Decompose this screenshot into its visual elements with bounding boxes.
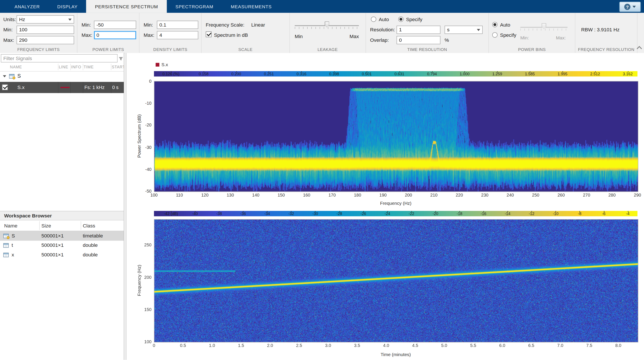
spectrogram-canvas[interactable] (154, 220, 638, 342)
column-divider (58, 82, 58, 93)
power-max-input[interactable] (94, 31, 136, 39)
ws-column-class[interactable]: Class (83, 223, 95, 229)
section-scale: Frequency Scale: Linear Spectrum in dB S… (202, 13, 290, 53)
colorbar-label: -24 (384, 211, 390, 216)
chevron-down-icon (632, 6, 636, 8)
tick-label: 8.0 (615, 343, 621, 348)
tick-label: 2.5 (296, 343, 302, 348)
panel-splitter[interactable] (124, 53, 127, 360)
section-frequency-limits: Units: Hz Min: Max: FREQUENCY LIMITS (0, 13, 77, 53)
resolution-input[interactable] (396, 26, 440, 34)
tick-label: 110 (176, 192, 183, 197)
units-dropdown[interactable]: Hz (16, 15, 74, 23)
tick-label: -40 (136, 166, 152, 172)
power-bins-specify-radio[interactable] (492, 32, 498, 38)
signal-time: Fs: 1 kHz (84, 85, 104, 90)
tab-analyzer[interactable]: ANALYZER (6, 0, 48, 13)
column-info[interactable]: INFO (71, 64, 81, 69)
filter-icon[interactable] (118, 56, 123, 62)
power-bins-min-label: Min: (520, 35, 529, 40)
help-button[interactable]: ? (619, 2, 641, 12)
power-min-input[interactable] (94, 21, 136, 29)
section-title: TIME RESOLUTION (366, 47, 488, 52)
resolution-units-value: s (447, 27, 450, 33)
persistence-spectrum-canvas[interactable] (154, 81, 638, 191)
leakage-slider[interactable] (295, 21, 359, 30)
signal-group-label: S (18, 73, 21, 79)
power-bins-auto-radio[interactable] (492, 22, 498, 27)
column-time[interactable]: TIME (84, 64, 94, 69)
ws-column-size[interactable]: Size (42, 223, 51, 229)
help-icon: ? (624, 4, 630, 10)
workspace-browser-header[interactable]: Workspace Browser (0, 211, 124, 221)
spectrum-db-checkbox[interactable] (206, 31, 212, 37)
tab-persistence-spectrum[interactable]: PERSISTENCE SPECTRUM (86, 0, 167, 13)
column-name[interactable]: NAME (10, 64, 22, 69)
tick-label: 3.5 (354, 343, 360, 348)
time-resolution-specify-label: Specify (406, 16, 422, 22)
signal-table-header: NAME LINE INFO TIME START (0, 63, 124, 72)
ws-variable-size: 500001×1 (42, 233, 64, 239)
ws-column-name[interactable]: Name (4, 223, 18, 229)
tick-label: 6.5 (528, 343, 534, 348)
tick-label: 2.0 (267, 343, 273, 348)
resolution-units-dropdown[interactable]: s (445, 26, 483, 34)
tab-spectrogram[interactable]: SPECTROGRAM (167, 0, 222, 13)
legend-label: S.x (162, 62, 168, 67)
tree-expand-icon[interactable] (3, 75, 6, 77)
tick-label: 0 (153, 343, 155, 348)
colorbar-label: 0.126 (%) (162, 72, 179, 76)
colorbar-label: -30 (312, 211, 318, 216)
colorbar-label: 1.259 (492, 72, 502, 76)
signal-group-row[interactable]: S (0, 71, 124, 82)
column-divider (58, 64, 58, 70)
tick-label: 160 (303, 192, 310, 197)
tab-measurements[interactable]: MEASUREMENTS (222, 0, 280, 13)
power-max-label: Max: (82, 32, 92, 38)
time-resolution-auto-radio[interactable] (371, 16, 376, 22)
persistence-spectrum-axes[interactable] (154, 81, 638, 192)
workspace-row[interactable]: S500001×1timetable (0, 231, 124, 241)
collapse-ribbon-icon[interactable] (636, 46, 642, 51)
filter-signals-input[interactable] (1, 54, 118, 62)
density-min-input[interactable] (157, 21, 198, 29)
colorbar-label: 1.585 (525, 72, 535, 76)
density-min-label: Min: (144, 22, 153, 28)
tick-label: 270 (583, 192, 590, 197)
section-title: POWER BINS (489, 47, 575, 52)
tab-display[interactable]: DISPLAY (48, 0, 86, 13)
colorbar-label: -14 (505, 211, 510, 216)
power-bins-slider-thumb (542, 23, 546, 29)
section-title: FREQUENCY RESOLUTION (575, 47, 637, 52)
time-resolution-auto-label: Auto (379, 16, 389, 22)
double-icon (3, 253, 9, 257)
tick-label: 280 (608, 192, 616, 197)
freq-max-input[interactable] (16, 36, 74, 44)
overlap-input[interactable] (396, 36, 440, 44)
resolution-label: Resolution: (370, 27, 395, 33)
colorbar-label: -36 (240, 211, 246, 216)
spectrogram-axes[interactable] (154, 219, 638, 342)
section-power-bins: Auto Specify Min: Max: POWER BINS (489, 13, 575, 53)
signal-checkbox[interactable] (2, 84, 8, 90)
leakage-slider-thumb[interactable] (324, 21, 329, 27)
column-line[interactable]: LINE (59, 64, 68, 69)
legend[interactable]: S.x (156, 62, 168, 67)
spectrogram-colorbar-labels: -42 (dB)-40-38-36-34-32-30-28-26-24-22-2… (154, 211, 638, 216)
workspace-row[interactable]: t500001×1double (0, 241, 124, 250)
time-resolution-specify-radio[interactable] (398, 16, 404, 22)
tick-label: 5.5 (470, 343, 476, 348)
colorbar-label: 0.158 (199, 72, 208, 76)
frequency-scale-value[interactable]: Linear (251, 22, 265, 28)
density-max-input[interactable] (157, 31, 198, 39)
tick-label: 200 (405, 192, 412, 197)
tick-label: 130 (227, 192, 234, 197)
freq-min-label: Min: (3, 27, 13, 33)
colorbar-label: -40 (192, 211, 198, 216)
column-start[interactable]: START (112, 64, 124, 69)
signal-row-sx[interactable]: S.x Fs: 1 kHz 0 s (0, 82, 124, 93)
tick-label: 1.5 (238, 343, 244, 348)
workspace-row[interactable]: x500001×1double (0, 250, 124, 260)
persistence-colorbar-labels: 0.126 (%)0.1580.2000.2510.3160.3980.5010… (154, 71, 638, 77)
freq-min-input[interactable] (16, 26, 74, 34)
